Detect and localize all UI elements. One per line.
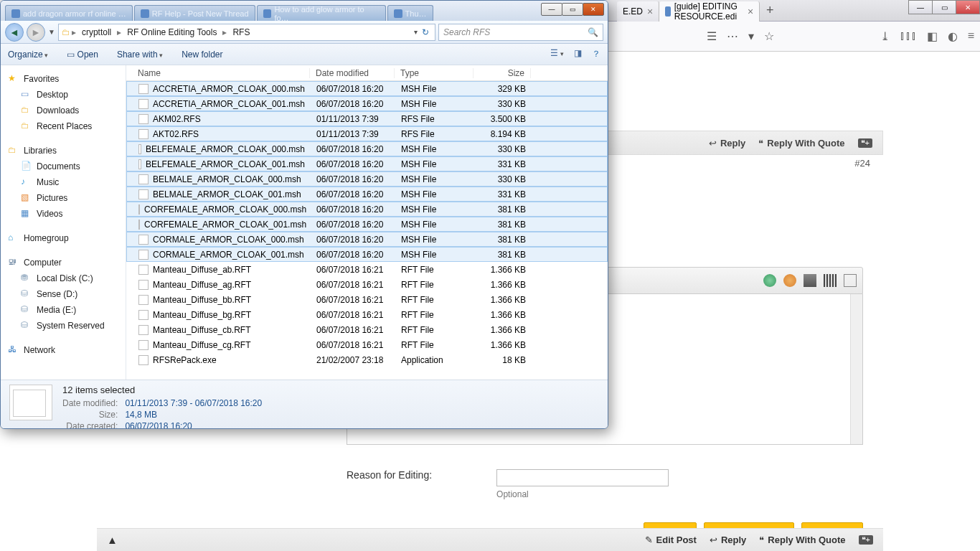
file-row[interactable]: BELMALE_ARMOR_CLOAK_001.msh06/07/2018 16… (126, 187, 608, 202)
side-libraries[interactable]: 🗀Libraries (8, 143, 118, 159)
file-row[interactable]: AKT02.RFS01/11/2013 7:39RFS File8.194 KB (126, 126, 608, 141)
reason-input[interactable] (496, 469, 669, 486)
col-date[interactable]: Date modified (310, 68, 395, 78)
file-row[interactable]: CORMALE_ARMOR_CLOAK_001.msh06/07/2018 16… (126, 247, 608, 262)
back-button[interactable]: ◄ (5, 23, 24, 42)
reply-link[interactable]: ↩Reply (710, 534, 746, 545)
close-button[interactable]: ✕ (583, 3, 604, 16)
bg-tab[interactable]: RF Help - Post New Thread (134, 5, 255, 21)
help-icon[interactable]: ？ (592, 48, 600, 60)
bookmark-icon[interactable]: ☆ (764, 29, 774, 43)
new-folder-button[interactable]: New folder (182, 50, 222, 60)
file-row[interactable]: CORMALE_ARMOR_CLOAK_000.msh06/07/2018 16… (126, 232, 608, 247)
file-row[interactable]: CORFEMALE_ARMOR_CLOAK_001.msh06/07/2018 … (126, 217, 608, 232)
file-row[interactable]: ACCRETIA_ARMOR_CLOAK_000.msh06/07/2018 1… (126, 81, 608, 96)
side-pictures[interactable]: ▧Pictures (8, 190, 118, 206)
video-icon[interactable] (804, 274, 816, 287)
file-row[interactable]: RFSRePack.exe21/02/2007 23:18Application… (126, 352, 608, 367)
maximize-button[interactable]: ▭ (932, 0, 956, 14)
forward-button[interactable]: ► (27, 23, 45, 42)
chevron-down-icon[interactable]: ▾ (414, 28, 418, 36)
file-row[interactable]: CORFEMALE_ARMOR_CLOAK_000.msh06/07/2018 … (126, 202, 608, 217)
firefox-tab[interactable]: E.ED× (617, 1, 659, 22)
image-icon[interactable] (783, 274, 796, 287)
download-icon[interactable]: ⤓ (880, 29, 890, 43)
side-recent[interactable]: 🗀Recent Places (8, 118, 118, 134)
bg-tab[interactable]: Thu… (387, 5, 433, 21)
side-local-c[interactable]: ⛃Local Disk (C:) (8, 270, 118, 286)
crumb[interactable]: crypttoll (77, 27, 116, 37)
globe-icon[interactable] (763, 274, 776, 287)
side-network[interactable]: 🖧Network (8, 342, 118, 358)
side-computer[interactable]: 🖳Computer (8, 255, 118, 270)
minimize-button[interactable]: — (541, 3, 562, 16)
preview-pane-button[interactable]: ◨ (574, 48, 582, 60)
multiquote-icon[interactable]: ❝+ (859, 535, 873, 545)
side-favorites[interactable]: ★Favorites (8, 71, 118, 87)
col-name[interactable]: Name (132, 68, 310, 78)
file-row[interactable]: BELFEMALE_ARMOR_CLOAK_001.msh06/07/2018 … (126, 156, 608, 171)
close-button[interactable]: ✕ (956, 0, 980, 14)
chevron-down-icon[interactable]: ▼ (48, 28, 55, 36)
library-icon[interactable]: ⫿⫿⫿ (900, 29, 917, 43)
new-tab-button[interactable]: + (760, 0, 780, 20)
explorer-sidebar[interactable]: ★Favorites ▭Desktop 🗀Downloads 🗀Recent P… (1, 65, 126, 380)
crumb[interactable]: RFS (228, 27, 254, 37)
file-row[interactable]: BELMALE_ARMOR_CLOAK_000.msh06/07/2018 16… (126, 171, 608, 187)
close-icon[interactable]: × (748, 6, 753, 17)
side-desktop[interactable]: ▭Desktop (8, 87, 118, 103)
more-icon[interactable]: ⋯ (727, 29, 738, 43)
sidebar-icon[interactable]: ◧ (927, 29, 938, 43)
film-icon[interactable] (824, 274, 837, 287)
warning-icon[interactable]: ▲ (107, 534, 118, 546)
file-row[interactable]: Manteau_Diffuse_cb.RFT06/07/2018 16:21RF… (126, 322, 608, 337)
file-row[interactable]: Manteau_Diffuse_ab.RFT06/07/2018 16:21RF… (126, 262, 608, 277)
quote-icon[interactable] (844, 274, 857, 287)
side-media-e[interactable]: ⛁Media (E:) (8, 302, 118, 318)
post-number[interactable]: #24 (854, 158, 870, 169)
bg-tab[interactable]: add dragon armor rf online … (5, 5, 133, 21)
file-list-body[interactable]: ACCRETIA_ARMOR_CLOAK_000.msh06/07/2018 1… (126, 81, 608, 380)
file-row[interactable]: Manteau_Diffuse_bb.RFT06/07/2018 16:21RF… (126, 292, 608, 307)
menu-icon[interactable]: ≡ (968, 29, 974, 43)
edit-post-link[interactable]: ✎Edit Post (645, 534, 697, 545)
side-sense-d[interactable]: ⛁Sense (D:) (8, 286, 118, 302)
file-list-header[interactable]: Name Date modified Type Size (126, 65, 608, 81)
side-downloads[interactable]: 🗀Downloads (8, 103, 118, 118)
file-row[interactable]: AKM02.RFS01/11/2013 7:39RFS File3.500 KB (126, 111, 608, 126)
col-type[interactable]: Type (395, 68, 473, 78)
side-videos[interactable]: ▦Videos (8, 206, 118, 222)
bg-tab[interactable]: How to add glow armor to fo… (257, 5, 386, 21)
crumb[interactable]: RF Online Editing Tools (123, 27, 221, 37)
close-icon[interactable]: × (647, 6, 653, 17)
reader-icon[interactable]: ☰ (707, 29, 717, 43)
multiquote-icon[interactable]: ❝+ (858, 138, 872, 148)
reply-quote-link[interactable]: ❝Reply With Quote (758, 138, 844, 149)
reply-quote-link[interactable]: ❝Reply With Quote (759, 534, 845, 545)
firefox-tab[interactable]: [guide] EDITING RESOURCE.edi× (659, 1, 760, 22)
minimize-button[interactable]: — (908, 0, 933, 14)
explorer-titlebar[interactable]: add dragon armor rf online … RF Help - P… (1, 1, 608, 21)
refresh-icon[interactable]: ↻ (422, 27, 429, 37)
file-row[interactable]: BELFEMALE_ARMOR_CLOAK_000.msh06/07/2018 … (126, 141, 608, 156)
reply-link[interactable]: ↩Reply (709, 138, 745, 149)
file-row[interactable]: Manteau_Diffuse_cg.RFT06/07/2018 16:21RF… (126, 337, 608, 352)
file-row[interactable]: ACCRETIA_ARMOR_CLOAK_001.msh06/07/2018 1… (126, 96, 608, 111)
view-menu[interactable]: ☰ (550, 48, 564, 60)
pocket-icon[interactable]: ▾ (748, 29, 754, 43)
side-homegroup[interactable]: ⌂Homegroup (8, 230, 118, 246)
editor-scrollbar[interactable] (850, 294, 862, 444)
file-row[interactable]: Manteau_Diffuse_bg.RFT06/07/2018 16:21RF… (126, 307, 608, 322)
file-row[interactable]: Manteau_Diffuse_ag.RFT06/07/2018 16:21RF… (126, 277, 608, 292)
protection-icon[interactable]: ◐ (948, 29, 958, 43)
open-button[interactable]: ▭ Open (67, 50, 98, 60)
search-input[interactable]: Search RFS 🔍 (438, 24, 603, 41)
maximize-button[interactable]: ▭ (562, 3, 583, 16)
organize-menu[interactable]: Organize (8, 50, 48, 60)
side-sysres[interactable]: ⛁System Reserved (8, 318, 118, 334)
share-menu[interactable]: Share with (117, 50, 163, 60)
side-documents[interactable]: 📄Documents (8, 159, 118, 174)
side-music[interactable]: ♪Music (8, 174, 118, 190)
breadcrumb[interactable]: 🗀 ▸ crypttoll▸ RF Online Editing Tools▸ … (58, 24, 435, 41)
col-size[interactable]: Size (473, 68, 531, 78)
